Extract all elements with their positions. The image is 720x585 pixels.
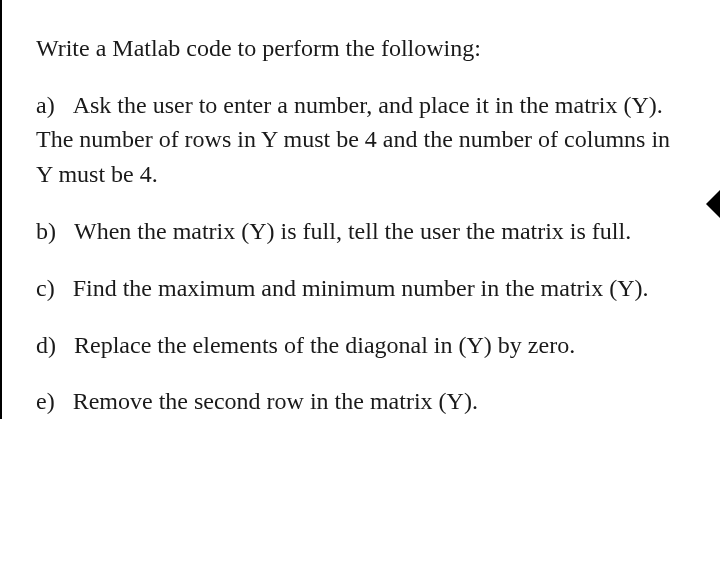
document-content: Write a Matlab code to perform the follo… bbox=[0, 0, 720, 419]
list-item: d)Replace the elements of the diagonal i… bbox=[36, 328, 686, 363]
item-text: Find the maximum and minimum number in t… bbox=[73, 275, 649, 301]
item-label: c) bbox=[36, 275, 55, 301]
item-label: b) bbox=[36, 218, 56, 244]
item-label: a) bbox=[36, 92, 55, 118]
item-label: e) bbox=[36, 388, 55, 414]
item-text: Remove the second row in the matrix (Y). bbox=[73, 388, 478, 414]
list-item: e)Remove the second row in the matrix (Y… bbox=[36, 384, 686, 419]
list-item: b)When the matrix (Y) is full, tell the … bbox=[36, 214, 686, 249]
item-text: Replace the elements of the diagonal in … bbox=[74, 332, 575, 358]
document-title: Write a Matlab code to perform the follo… bbox=[36, 32, 686, 66]
list-item: a)Ask the user to enter a number, and pl… bbox=[36, 88, 686, 192]
item-text: Ask the user to enter a number, and plac… bbox=[36, 92, 670, 188]
item-label: d) bbox=[36, 332, 56, 358]
item-text: When the matrix (Y) is full, tell the us… bbox=[74, 218, 631, 244]
list-item: c)Find the maximum and minimum number in… bbox=[36, 271, 686, 306]
